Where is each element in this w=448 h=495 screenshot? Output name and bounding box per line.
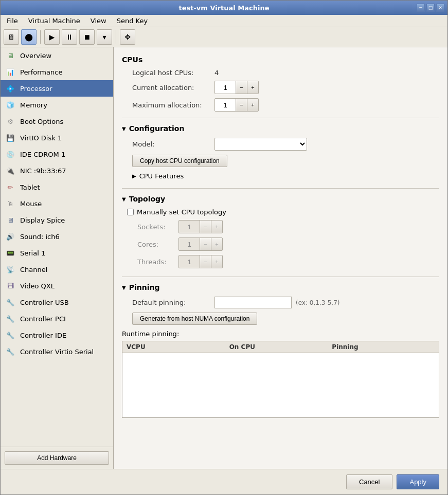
current-allocation-decrease[interactable]: − [236,81,247,94]
generate-numa-button[interactable]: Generate from host NUMA configuration [132,313,257,325]
maximum-allocation-row: Maximum allocation: − + [122,98,439,112]
vcpu-column-header: VCPU [127,343,229,351]
console-button[interactable]: ⬤ [21,29,37,45]
sidebar-item-mouse[interactable]: 🖱 Mouse [1,195,113,212]
topology-section: ▼ Topology Manually set CPU topology Soc… [122,195,439,268]
stop-button[interactable]: ⏹ [79,29,95,45]
cancel-button[interactable]: Cancel [346,474,392,489]
pinning-title: Pinning [129,283,160,291]
sidebar-item-serial1[interactable]: 📟 Serial 1 [1,245,113,261]
sidebar: 🖥 Overview 📊 Performance 💠 Processor 🧊 M… [1,47,114,469]
sidebar-item-video-qxl[interactable]: 🎞 Video QXL [1,278,113,294]
apply-button[interactable]: Apply [397,474,439,489]
sidebar-item-tablet[interactable]: ✏ Tablet [1,179,113,195]
threads-spinbox: − + [178,255,223,268]
pinning-column-header: Pinning [332,343,435,351]
menubar: File Virtual Machine View Send Key [1,15,447,27]
maximum-allocation-decrease[interactable]: − [236,99,247,111]
sidebar-item-boot-options[interactable]: ⚙ Boot Options [1,113,113,130]
default-pinning-input[interactable] [214,297,292,308]
current-allocation-input[interactable] [215,83,236,93]
toolbar: 🖥 ⬤ ▶ ⏸ ⏹ ▾ ✥ [1,27,447,47]
manually-set-topology-label: Manually set CPU topology [137,208,226,216]
sidebar-item-controller-pci[interactable]: 🔧 Controller PCI [1,310,113,327]
sidebar-item-memory[interactable]: 🧊 Memory [1,97,113,113]
sockets-label: Sockets: [137,223,178,231]
threads-increase: + [211,255,222,268]
window-title: test-vm Virtual Machine [178,4,269,12]
nic-icon: 🔌 [5,165,16,176]
sidebar-item-controller-ide[interactable]: 🔧 Controller IDE [1,327,113,343]
current-allocation-increase[interactable]: + [247,81,258,94]
sidebar-item-display-spice[interactable]: 🖥 Display Spice [1,212,113,228]
sidebar-item-nic[interactable]: 🔌 NIC :9b:33:67 [1,162,113,179]
logical-host-cpus-value: 4 [214,69,219,77]
topology-title: Topology [129,195,166,203]
sidebar-item-controller-usb[interactable]: 🔧 Controller USB [1,294,113,310]
current-allocation-spinbox[interactable]: − + [214,81,259,94]
tablet-icon: ✏ [5,181,16,193]
runtime-pinning-label-row: Runtime pinning: [122,330,439,338]
menu-view[interactable]: View [86,16,111,26]
divider-3 [122,277,439,277]
cores-label: Cores: [137,241,178,248]
sidebar-item-sound[interactable]: 🔊 Sound: ich6 [1,228,113,245]
cpu-features-label: CPU Features [139,172,184,180]
menu-send-key[interactable]: Send Key [113,16,152,26]
close-button[interactable]: ✕ [436,4,444,12]
sidebar-label-memory: Memory [20,101,47,109]
sidebar-item-ide-cdrom1[interactable]: 💿 IDE CDROM 1 [1,146,113,162]
play-button[interactable]: ▶ [44,29,60,45]
sidebar-item-performance[interactable]: 📊 Performance [1,64,113,80]
sidebar-label-display: Display Spice [20,216,65,224]
sidebar-label-virtio-disk: VirtIO Disk 1 [20,134,62,142]
sidebar-label-performance: Performance [20,68,62,76]
topology-header[interactable]: ▼ Topology [122,195,439,203]
copy-host-cpu-button[interactable]: Copy host CPU configuration [132,155,227,167]
configuration-header[interactable]: ▼ Configuration [122,124,439,133]
minimize-button[interactable]: ─ [417,4,425,12]
add-hardware-button[interactable]: Add Hardware [5,451,109,465]
manually-set-topology-checkbox[interactable] [127,209,134,215]
pinning-table-body [122,353,439,415]
sockets-input [179,222,200,232]
titlebar-buttons: ─ □ ✕ [417,4,444,12]
sidebar-item-virtio-disk1[interactable]: 💾 VirtIO Disk 1 [1,130,113,146]
maximum-allocation-label: Maximum allocation: [132,101,214,109]
sockets-increase: + [211,221,222,233]
sidebar-label-controller-usb: Controller USB [20,299,69,306]
fullscreen-button[interactable]: ✥ [120,29,135,45]
serial-icon: 📟 [5,247,16,259]
memory-icon: 🧊 [5,99,16,111]
sidebar-item-processor[interactable]: 💠 Processor [1,80,113,97]
sidebar-item-controller-virtio-serial[interactable]: 🔧 Controller Virtio Serial [1,343,113,360]
menu-file[interactable]: File [3,16,22,26]
cpu-features-header[interactable]: ▶ CPU Features [122,172,439,180]
content-area: CPUs Logical host CPUs: 4 Current alloca… [114,47,447,469]
logical-host-cpus-label: Logical host CPUs: [132,69,214,77]
pause-button[interactable]: ⏸ [62,29,77,45]
sidebar-item-overview[interactable]: 🖥 Overview [1,47,113,64]
sockets-row: Sockets: − + [122,220,439,233]
pinning-header[interactable]: ▼ Pinning [122,283,439,291]
monitor-button[interactable]: 🖥 [4,29,19,45]
sidebar-item-channel[interactable]: 📡 Channel [1,261,113,278]
virtio-disk-icon: 💾 [5,132,16,143]
sidebar-label-nic: NIC :9b:33:67 [20,167,66,175]
divider-1 [122,118,439,118]
model-select[interactable]: Hypervisor Default core2duo kvm64 Haswel… [214,138,307,151]
sockets-decrease: − [200,221,211,233]
menu-virtual-machine[interactable]: Virtual Machine [24,16,84,26]
model-row: Model: Hypervisor Default core2duo kvm64… [122,138,439,151]
topology-collapse-icon: ▼ [122,196,126,202]
threads-input [179,257,200,267]
maximum-allocation-spinbox[interactable]: − + [214,98,259,112]
toolbar-separator-2 [116,30,116,44]
maximize-button[interactable]: □ [426,4,435,12]
sidebar-label-processor: Processor [20,85,52,93]
shutdown-dropdown[interactable]: ▾ [97,29,112,45]
maximum-allocation-increase[interactable]: + [247,99,258,111]
main-content: 🖥 Overview 📊 Performance 💠 Processor 🧊 M… [1,47,447,469]
maximum-allocation-input[interactable] [215,100,236,110]
cores-decrease: − [200,238,211,250]
